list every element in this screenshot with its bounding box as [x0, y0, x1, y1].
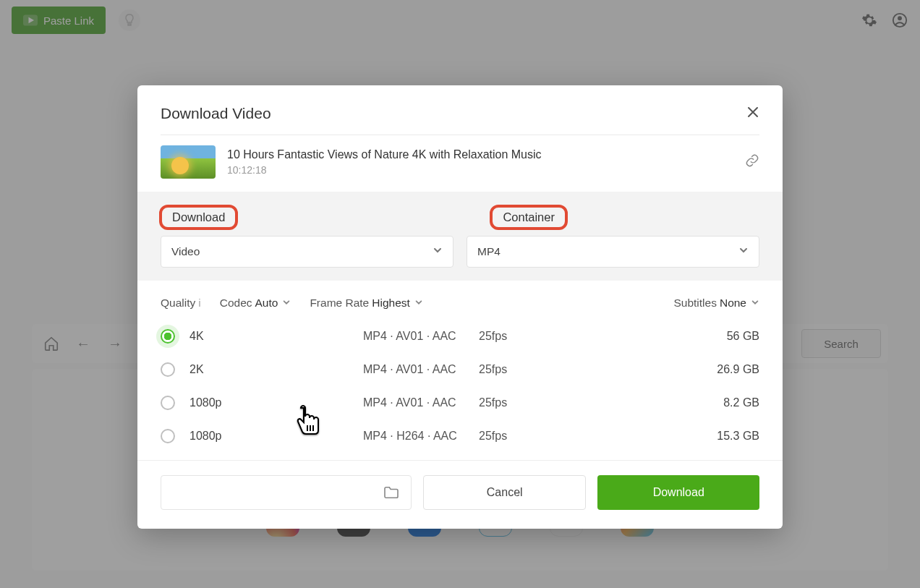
container-type-value: MP4 — [477, 245, 501, 258]
chevron-down-icon — [414, 297, 423, 310]
subtitles-value: None — [720, 297, 746, 310]
quality-format: MP4 · H264 · AAC — [363, 430, 479, 443]
source-link-button[interactable] — [745, 153, 759, 171]
download-type-dropdown[interactable]: Video — [161, 236, 453, 268]
download-modal: Download Video 10 Hours Fantastic Views … — [137, 85, 783, 529]
quality-list: 4KMP4 · AV01 · AAC25fps56 GB2KMP4 · AV01… — [137, 317, 783, 460]
download-section-label: Download — [159, 205, 238, 230]
codec-label: Codec — [220, 297, 252, 310]
radio-icon — [161, 396, 175, 410]
chevron-down-icon — [751, 297, 759, 310]
framerate-value: Highest — [372, 297, 410, 310]
filter-row: Quality i Codec Auto Frame Rate Highest … — [137, 281, 783, 317]
link-icon — [745, 153, 759, 168]
chevron-down-icon — [433, 245, 443, 258]
framerate-filter[interactable]: Frame Rate Highest — [310, 297, 422, 310]
quality-row[interactable]: 1080pMP4 · AV01 · AAC25fps8.2 GB — [161, 386, 759, 419]
quality-row[interactable]: 2KMP4 · AV01 · AAC25fps26.9 GB — [161, 353, 759, 386]
quality-size: 8.2 GB — [723, 396, 759, 409]
quality-row[interactable]: 1080pMP4 · H264 · AAC25fps15.3 GB — [161, 419, 759, 453]
radio-icon — [161, 429, 175, 443]
container-type-dropdown[interactable]: MP4 — [467, 236, 759, 268]
quality-filter[interactable]: Quality i — [161, 297, 201, 310]
quality-resolution: 1080p — [189, 396, 363, 409]
output-path-input[interactable] — [161, 475, 412, 510]
video-info-row: 10 Hours Fantastic Views of Nature 4K wi… — [137, 135, 783, 192]
quality-label: Quality — [161, 297, 195, 310]
download-button[interactable]: Download — [597, 475, 759, 510]
close-button[interactable] — [746, 104, 759, 123]
download-type-value: Video — [171, 245, 200, 258]
quality-fps: 25fps — [479, 363, 566, 376]
quality-format: MP4 · AV01 · AAC — [363, 396, 479, 409]
quality-size: 56 GB — [727, 330, 759, 343]
video-duration: 10:12:18 — [227, 164, 542, 176]
quality-size: 26.9 GB — [717, 363, 759, 376]
chevron-down-icon — [738, 245, 749, 258]
video-title: 10 Hours Fantastic Views of Nature 4K wi… — [227, 148, 542, 161]
modal-title: Download Video — [161, 105, 271, 122]
radio-icon — [161, 362, 175, 377]
quality-resolution: 2K — [189, 363, 363, 376]
quality-badge: i — [198, 297, 200, 310]
close-icon — [746, 106, 759, 119]
codec-filter[interactable]: Codec Auto — [220, 297, 291, 310]
codec-value: Auto — [255, 297, 278, 310]
quality-format: MP4 · AV01 · AAC — [363, 363, 479, 376]
quality-format: MP4 · AV01 · AAC — [363, 330, 479, 343]
radio-icon — [161, 329, 175, 344]
chevron-down-icon — [282, 297, 291, 310]
folder-icon — [383, 486, 399, 499]
quality-fps: 25fps — [479, 430, 566, 443]
container-section-label: Container — [490, 205, 568, 230]
quality-size: 15.3 GB — [717, 430, 759, 443]
video-thumbnail — [161, 145, 216, 179]
cancel-button[interactable]: Cancel — [423, 475, 587, 510]
quality-fps: 25fps — [479, 396, 566, 409]
quality-resolution: 4K — [189, 330, 363, 343]
framerate-label: Frame Rate — [310, 297, 369, 310]
subtitles-filter[interactable]: Subtitles None — [673, 297, 759, 310]
quality-fps: 25fps — [479, 330, 566, 343]
subtitles-label: Subtitles — [673, 297, 716, 310]
quality-resolution: 1080p — [189, 430, 363, 443]
quality-row[interactable]: 4KMP4 · AV01 · AAC25fps56 GB — [161, 320, 759, 353]
